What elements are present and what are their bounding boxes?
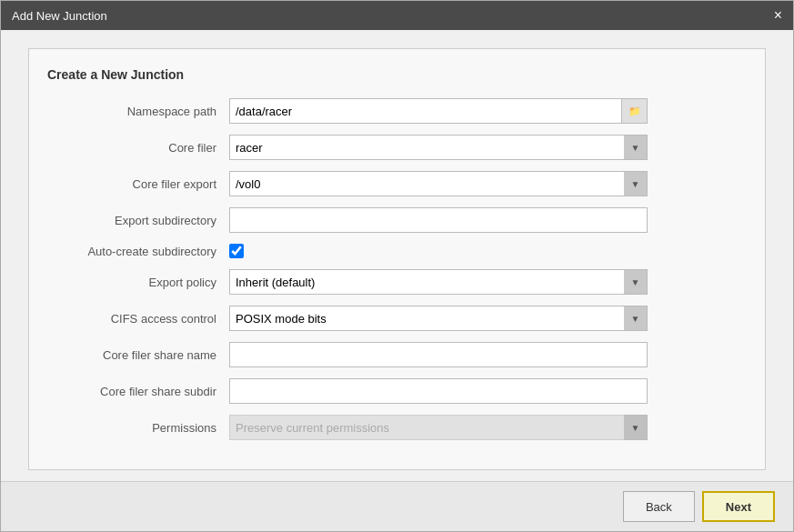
cifs-access-control-label: CIFS access control	[47, 312, 229, 326]
export-subdirectory-group: Export subdirectory	[47, 207, 747, 233]
namespace-path-browse-button[interactable]: 📁	[621, 99, 647, 123]
dialog-body: Create a New Junction Namespace path 📁 C…	[1, 30, 793, 481]
export-subdirectory-label: Export subdirectory	[47, 214, 229, 227]
permissions-select[interactable]: Preserve current permissions	[229, 415, 648, 440]
section-title: Create a New Junction	[47, 67, 747, 82]
core-filer-share-name-group: Core filer share name	[47, 342, 747, 367]
export-policy-select-wrapper: Inherit (default) ▼	[229, 269, 648, 295]
core-filer-export-select-wrapper: /vol0 ▼	[229, 171, 648, 196]
core-filer-export-select[interactable]: /vol0	[229, 171, 648, 196]
core-filer-share-name-control	[229, 342, 648, 367]
namespace-path-label: Namespace path	[47, 105, 229, 118]
next-button[interactable]: Next	[702, 491, 775, 522]
cifs-access-control-control: POSIX mode bits ▼	[229, 306, 648, 331]
form-panel: Create a New Junction Namespace path 📁 C…	[28, 48, 766, 470]
core-filer-share-subdir-input[interactable]	[229, 378, 648, 404]
permissions-select-wrapper: Preserve current permissions ▼	[229, 415, 648, 440]
cifs-access-control-select-wrapper: POSIX mode bits ▼	[229, 306, 648, 331]
cifs-access-control-group: CIFS access control POSIX mode bits ▼	[47, 306, 747, 331]
namespace-path-control: 📁	[229, 98, 648, 124]
core-filer-export-label: Core filer export	[47, 177, 229, 191]
permissions-group: Permissions Preserve current permissions…	[47, 415, 747, 440]
namespace-path-input[interactable]	[230, 99, 621, 123]
permissions-label: Permissions	[47, 421, 229, 435]
export-policy-label: Export policy	[47, 276, 229, 289]
core-filer-export-group: Core filer export /vol0 ▼	[47, 171, 747, 196]
permissions-control: Preserve current permissions ▼	[229, 415, 648, 440]
close-button[interactable]: ×	[774, 8, 782, 23]
core-filer-group: Core filer racer ▼	[47, 135, 747, 160]
export-policy-select[interactable]: Inherit (default)	[229, 269, 648, 295]
core-filer-control: racer ▼	[229, 135, 648, 160]
auto-create-subdirectory-group: Auto-create subdirectory	[47, 244, 747, 258]
auto-create-subdirectory-control	[229, 244, 648, 258]
cifs-access-control-select[interactable]: POSIX mode bits	[229, 306, 648, 331]
core-filer-label: Core filer	[47, 141, 229, 155]
core-filer-share-subdir-control	[229, 378, 648, 404]
core-filer-share-subdir-label: Core filer share subdir	[47, 385, 229, 398]
export-subdirectory-control	[229, 207, 648, 233]
core-filer-select-wrapper: racer ▼	[229, 135, 648, 160]
core-filer-export-control: /vol0 ▼	[229, 171, 648, 196]
export-policy-control: Inherit (default) ▼	[229, 269, 648, 295]
core-filer-share-name-input[interactable]	[229, 342, 648, 367]
dialog-title-bar: Add New Junction ×	[1, 1, 793, 30]
dialog-title: Add New Junction	[12, 9, 107, 23]
namespace-path-wrapper: 📁	[229, 98, 648, 124]
add-new-junction-dialog: Add New Junction × Create a New Junction…	[0, 0, 794, 532]
core-filer-share-subdir-group: Core filer share subdir	[47, 378, 747, 404]
namespace-path-group: Namespace path 📁	[47, 98, 747, 124]
auto-create-subdirectory-label: Auto-create subdirectory	[47, 245, 229, 258]
dialog-footer: Back Next	[1, 481, 793, 531]
core-filer-select[interactable]: racer	[229, 135, 648, 160]
core-filer-share-name-label: Core filer share name	[47, 348, 229, 362]
auto-create-subdirectory-checkbox[interactable]	[229, 244, 244, 258]
export-subdirectory-input[interactable]	[229, 207, 648, 233]
back-button[interactable]: Back	[623, 491, 695, 522]
export-policy-group: Export policy Inherit (default) ▼	[47, 269, 747, 295]
